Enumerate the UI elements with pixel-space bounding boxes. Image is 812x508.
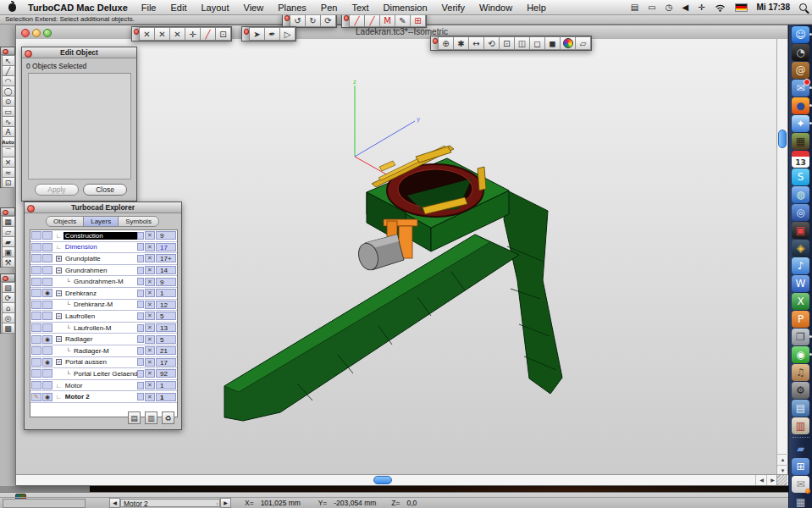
menu-help[interactable]: Help (527, 3, 546, 13)
visibility-eye-icon[interactable]: ◉ (42, 358, 52, 367)
close-button[interactable]: Close (83, 184, 127, 196)
box-edit-tool-icon[interactable]: ▩ (2, 323, 15, 334)
hidden-line-cube-icon[interactable]: ◻ (529, 36, 545, 50)
snap-intersection-icon[interactable]: ✕ (154, 27, 170, 41)
scroll-up-arrow[interactable]: ▲ (777, 454, 788, 466)
rotate-cw-icon[interactable]: ↻ (305, 14, 321, 27)
layer-color-cell[interactable] (137, 358, 144, 366)
layer-color-cell[interactable] (137, 347, 144, 355)
dock-powerpoint-icon[interactable]: P (792, 311, 809, 328)
group-tool-icon[interactable]: ⊡ (2, 177, 15, 188)
layer-row-motor-2[interactable]: ✎◉∟Motor 2✕1 (30, 391, 177, 403)
dock-safari-icon[interactable]: ✦ (792, 115, 809, 132)
layer-color-cell[interactable] (137, 278, 144, 285)
palette-close-icon[interactable] (1, 274, 14, 282)
dock-camera-app-icon[interactable]: ◉ (792, 346, 809, 363)
double-line-icon[interactable]: ╱ (364, 14, 380, 27)
layer-row-radlager-m[interactable]: └Radlager-M✕21 (30, 345, 177, 357)
layer-edit-cell[interactable] (31, 358, 41, 367)
layer-color-cell[interactable] (137, 382, 144, 389)
layer-edit-cell[interactable] (31, 301, 41, 309)
layer-name[interactable]: Drehkranz (64, 290, 98, 297)
layer-visibility-cell[interactable] (42, 231, 52, 240)
snap-center-icon[interactable]: ✛ (185, 27, 201, 41)
dock-google-earth-icon[interactable]: ◍ (792, 186, 809, 203)
layer-visibility-cell[interactable] (42, 381, 52, 389)
wifi-icon[interactable] (715, 3, 726, 12)
layer-name[interactable]: Motor (64, 382, 84, 389)
layer-name[interactable]: Laufrollen-M (72, 324, 113, 332)
palette-close-icon[interactable] (1, 47, 14, 55)
layer-name[interactable]: Grundrahmen-M (72, 278, 125, 285)
freehand-pen-icon[interactable]: ✎ (395, 14, 411, 27)
horizontal-scroll-thumb[interactable] (373, 476, 392, 484)
visibility-eye-icon[interactable]: ◉ (42, 335, 52, 344)
delete-layer-button[interactable]: ♻ (162, 411, 174, 424)
dock-trash-icon[interactable]: ▦ (792, 494, 809, 508)
layer-lock-icon[interactable]: ✕ (145, 301, 155, 309)
close-palette-icon[interactable] (25, 50, 32, 58)
expander-minus-icon[interactable]: − (56, 290, 62, 296)
layer-name[interactable]: Radlager (64, 335, 94, 343)
explorer-titlebar[interactable]: Turbocad Explorer (25, 202, 181, 213)
visibility-eye-icon[interactable]: ◉ (42, 393, 52, 401)
layer-color-cell[interactable] (137, 370, 144, 378)
layer-row-laufrollen-m[interactable]: └Laufrollen-M✕13 (30, 323, 177, 334)
menu-window[interactable]: Window (479, 3, 512, 13)
next-object-button[interactable]: ▶ (220, 498, 231, 508)
dock-folder-windows-icon[interactable]: ⊞ (792, 458, 809, 475)
layer-visibility-cell[interactable] (42, 312, 52, 320)
snap-tangent-icon[interactable]: ╱ (200, 27, 216, 41)
layer-visibility-cell[interactable] (42, 346, 52, 355)
layer-edit-cell[interactable] (31, 323, 41, 332)
zoom-extents-icon[interactable]: ↔ (468, 36, 484, 50)
layer-color-cell[interactable] (137, 232, 144, 240)
palette-close-icon[interactable] (342, 14, 350, 27)
universal-access-icon[interactable]: ✛ (698, 3, 704, 12)
snap-settings-icon[interactable]: ⊡ (215, 27, 231, 41)
wireframe-cube-icon[interactable]: ◫ (514, 36, 530, 50)
apply-button[interactable]: Apply (35, 184, 79, 196)
palette-close-icon[interactable] (132, 27, 140, 41)
layer-lock-icon[interactable]: ✕ (145, 369, 155, 378)
point-marker-icon[interactable]: ⊞ (410, 14, 426, 27)
dock-documents-app-icon[interactable]: ▥ (792, 417, 809, 434)
vertical-scroll-thumb[interactable] (778, 130, 787, 148)
layer-lock-icon[interactable]: ✕ (145, 278, 155, 286)
layer-row-portal-leiter-gelaender[interactable]: └Portal Leiter Gelaender✕92 (30, 368, 177, 380)
layer-visibility-cell[interactable] (42, 278, 52, 286)
palette-close-icon[interactable] (431, 36, 439, 50)
shaded-cube-icon[interactable]: ◼ (544, 36, 561, 50)
menu-layout[interactable]: Layout (201, 3, 229, 13)
layer-name[interactable]: Grundplatte (64, 255, 102, 262)
menu-file[interactable]: File (141, 3, 157, 13)
hammer-tool-icon[interactable]: ⚒ (2, 257, 15, 268)
layer-visibility-cell[interactable] (42, 266, 52, 274)
dock-iphoto-icon[interactable]: ◈ (792, 240, 809, 257)
layer-row-laufrollen[interactable]: −Laufrollen✕5 (30, 311, 177, 323)
layer-color-cell[interactable] (137, 290, 144, 297)
pick-pen-icon[interactable]: ✒ (264, 27, 280, 41)
layer-edit-cell[interactable] (31, 254, 41, 262)
layer-name[interactable]: Drehkranz-M (72, 301, 114, 308)
layer-visibility-cell[interactable] (42, 323, 52, 332)
layer-edit-cell[interactable] (31, 312, 41, 320)
dock-eyetv-icon[interactable]: ▣ (792, 222, 809, 239)
layer-color-cell[interactable] (137, 335, 144, 343)
layer-row-dimension[interactable]: ∟Dimension✕17 (30, 242, 177, 254)
german-flag-input-icon[interactable] (735, 3, 748, 12)
menu-edit[interactable]: Edit (171, 3, 187, 13)
layer-lock-icon[interactable]: ✕ (145, 312, 155, 320)
layer-visibility-cell[interactable] (42, 243, 52, 251)
single-line-icon[interactable]: ╱ (349, 14, 365, 27)
layer-color-cell[interactable] (137, 255, 144, 262)
layer-edit-cell[interactable] (31, 266, 41, 274)
tab-symbols[interactable]: Symbols (118, 216, 159, 227)
menu-clock[interactable]: Mi 17:38 (757, 3, 790, 12)
save-layer-button[interactable]: ▤ (128, 411, 141, 424)
dock-minecraft-icon[interactable]: ▦ (792, 133, 809, 150)
layer-edit-cell[interactable] (31, 289, 41, 297)
orbit-icon[interactable]: ⟲ (483, 36, 500, 50)
select-arrow-icon[interactable]: ➤ (249, 27, 265, 41)
layer-visibility-cell[interactable] (42, 369, 52, 378)
